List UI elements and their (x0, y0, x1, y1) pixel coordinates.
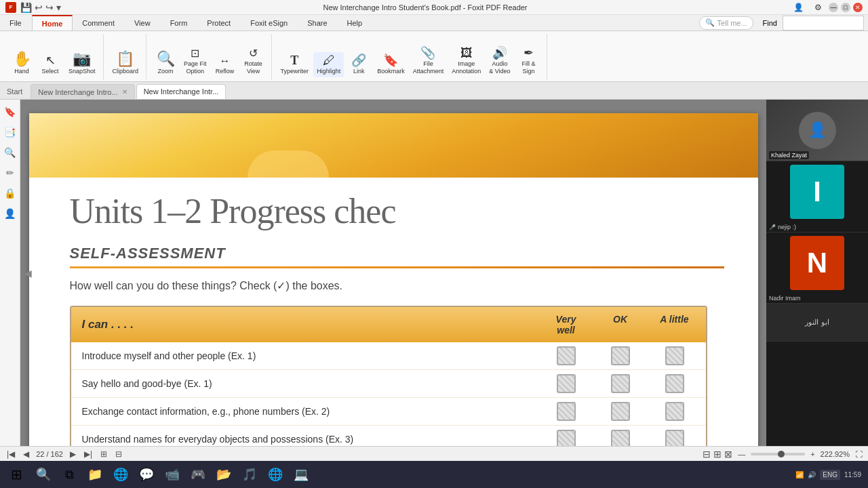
nadir-name: Nadir Imam (769, 295, 801, 302)
add-page-icon[interactable]: ⊞ (99, 449, 108, 459)
tab-form[interactable]: Form (161, 15, 198, 30)
zoom-out-icon[interactable]: — (738, 450, 745, 458)
clock[interactable]: 11:59 (844, 471, 861, 479)
delete-page-icon[interactable]: ⊟ (114, 449, 123, 459)
image-button[interactable]: 🖼 ImageAnnotation (448, 45, 484, 77)
nadir-avatar: N (790, 236, 844, 290)
ribbon-group-clipboard: 📋 Clipboard (105, 34, 147, 80)
redo-icon[interactable]: ↪ (45, 2, 54, 13)
tab-foxitsign[interactable]: Foxit eSign (241, 15, 298, 30)
tab-protect[interactable]: Protect (197, 15, 241, 30)
doc-tab-2[interactable]: New Interchange Intr... (136, 84, 226, 99)
select-button[interactable]: ↖ Select (37, 52, 64, 77)
taskbar-taskview[interactable]: ⧉ (57, 463, 81, 486)
taskbar-teams[interactable]: 📹 (160, 463, 184, 486)
language-indicator[interactable]: ENG (820, 470, 840, 480)
checkbox-ok-4[interactable] (611, 430, 630, 446)
start-button[interactable]: ⊞ (3, 463, 30, 486)
sidebar-icon-user[interactable]: 👤 (2, 205, 18, 222)
ribbon-group-zoom: 🔍 Zoom ⊡ Page FitOption ↔ Reflow ↺ Rotat… (148, 34, 272, 80)
clipboard-button[interactable]: 📋 Clipboard (109, 49, 142, 77)
nav-first[interactable]: |◀ (5, 449, 16, 459)
network-icon[interactable]: 📶 (795, 471, 804, 479)
fillsign-button[interactable]: ✒ Fill &Sign (515, 45, 542, 77)
pagefit-button[interactable]: ⊡ Page FitOption (180, 46, 210, 77)
checkbox-ok-3[interactable] (611, 402, 630, 421)
doc-tab-1[interactable]: New Interchange Intro... ✕ (31, 84, 134, 99)
app-icon: F (5, 2, 16, 13)
taskbar-system: 📶 🔊 ENG 11:59 (791, 470, 865, 480)
tab-share[interactable]: Share (298, 15, 337, 30)
taskbar-edge[interactable]: 🌐 (108, 463, 133, 486)
view-continuous-icon[interactable]: ⊞ (713, 449, 722, 460)
zoom-slider[interactable] (751, 453, 805, 455)
find-input[interactable] (783, 16, 864, 30)
tell-me-search[interactable]: 🔍 Tell me... (699, 16, 753, 30)
tab-comment[interactable]: Comment (73, 15, 125, 30)
checkbox-very-well-1[interactable] (557, 346, 576, 365)
audio-button[interactable]: 🔊 Audio& Video (486, 45, 513, 77)
checkbox-very-well-4[interactable] (557, 430, 576, 446)
checkbox-ok-1[interactable] (611, 346, 630, 365)
checkbox-ok-2[interactable] (611, 374, 630, 393)
row-checkboxes (546, 430, 695, 446)
zoom-in-icon[interactable]: + (810, 450, 814, 458)
taskbar-music[interactable]: 🎵 (237, 463, 262, 486)
snapshot-button[interactable]: 📷 SnapShot (65, 49, 99, 77)
taskbar-settings[interactable]: 💻 (289, 463, 313, 486)
status-left: |◀ ◀ 22 / 162 ▶ ▶| ⊞ ⊟ (5, 449, 123, 459)
checkbox-little-2[interactable] (665, 374, 684, 393)
typewriter-icon: T (290, 54, 298, 66)
sidebar-icon-bookmark[interactable]: 🔖 (2, 104, 18, 120)
highlight-button[interactable]: 🖊 Highlight (313, 52, 344, 77)
rotate-button[interactable]: ↺ RotateView (240, 46, 267, 77)
link-button[interactable]: 🔗 Link (345, 52, 372, 77)
bookmark-button[interactable]: 🔖 Bookmark (374, 52, 408, 77)
tab-home[interactable]: Home (32, 15, 73, 30)
start-tab[interactable]: Start (0, 84, 29, 99)
taskbar-browser[interactable]: 🌐 (263, 463, 288, 486)
zoom-button[interactable]: 🔍 Zoom (152, 49, 179, 77)
minimize-button[interactable]: — (829, 3, 838, 12)
taskbar-app1[interactable]: 🎮 (186, 463, 210, 486)
checkbox-little-4[interactable] (665, 430, 684, 446)
checkbox-very-well-2[interactable] (557, 374, 576, 393)
save-icon[interactable]: 💾 (20, 2, 32, 13)
taskbar-whatsapp[interactable]: 💬 (134, 463, 159, 486)
sidebar-icon-search[interactable]: 🔍 (2, 144, 18, 161)
taskbar-search[interactable]: 🔍 (31, 463, 56, 486)
checkbox-little-1[interactable] (665, 346, 684, 365)
view-single-icon[interactable]: ⊟ (703, 449, 711, 460)
reflow-button[interactable]: ↔ Reflow (212, 54, 239, 77)
hand-button[interactable]: ✋ Hand (8, 49, 35, 77)
checkbox-very-well-3[interactable] (557, 402, 576, 421)
doc-tab-1-close[interactable]: ✕ (122, 88, 127, 96)
sidebar-icon-security[interactable]: 🔒 (2, 185, 18, 201)
maximize-button[interactable]: □ (841, 3, 850, 12)
checkbox-little-3[interactable] (665, 402, 684, 421)
fullscreen-icon[interactable]: ⛶ (855, 450, 863, 458)
nav-last[interactable]: ▶| (83, 449, 94, 459)
undo-icon[interactable]: ↩ (35, 2, 43, 13)
collapse-panel-arrow[interactable]: ◀ (24, 268, 32, 279)
tab-file[interactable]: File (0, 15, 32, 30)
banner-shape-1 (248, 150, 329, 178)
sidebar-icon-pages[interactable]: 📑 (2, 124, 18, 140)
pin-icon[interactable]: ▾ (56, 2, 61, 13)
typewriter-button[interactable]: T Typewriter (277, 52, 313, 77)
view-double-icon[interactable]: ⊠ (724, 449, 732, 460)
sound-icon[interactable]: 🔊 (808, 471, 816, 479)
tab-help[interactable]: Help (338, 15, 373, 30)
sidebar-icon-comments[interactable]: ✏ (2, 165, 18, 181)
right-panel: 👤 Khaled Zayat I 🎤 nejip :) N Nadir Imam (766, 100, 868, 446)
fileattach-button[interactable]: 📎 FileAttachment (410, 45, 448, 77)
taskbar-file-explorer[interactable]: 📁 (83, 463, 107, 486)
taskbar-files[interactable]: 📂 (212, 463, 236, 486)
nav-prev[interactable]: ◀ (22, 449, 31, 459)
nav-next[interactable]: ▶ (68, 449, 77, 459)
table-row: Say hello and good-bye (Ex. 1) (71, 370, 706, 398)
settings-icon[interactable]: ⚙ (810, 3, 826, 12)
tab-view[interactable]: View (125, 15, 161, 30)
close-button[interactable]: ✕ (853, 3, 863, 12)
account-icon[interactable]: 👤 (789, 3, 808, 12)
